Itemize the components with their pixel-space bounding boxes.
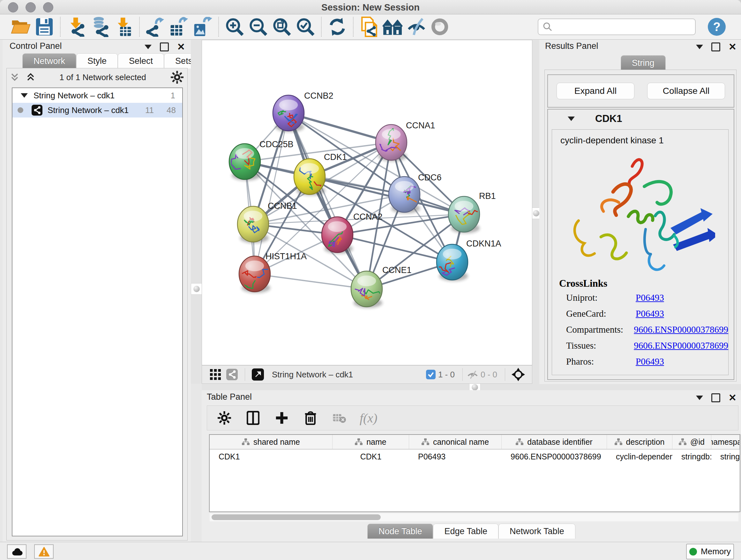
column-header-name[interactable]: name — [333, 435, 409, 449]
node-ccne1[interactable]: CCNE1 — [351, 265, 412, 308]
column-header-namespac[interactable]: namespac — [711, 435, 740, 449]
gene-entry-header[interactable]: CDK1 — [548, 110, 734, 128]
hide-selected-icon[interactable] — [405, 15, 428, 38]
gear-icon[interactable] — [216, 407, 232, 429]
table-cell[interactable]: CDK1 — [210, 449, 333, 463]
export-image-icon[interactable] — [191, 15, 214, 38]
tab-node-table[interactable]: Node Table — [367, 523, 433, 539]
panel-menu-icon[interactable] — [696, 45, 703, 49]
panel-float-icon[interactable] — [160, 43, 169, 51]
table-cell[interactable]: CDK1 — [333, 449, 409, 463]
memory-button[interactable]: Memory — [686, 544, 734, 559]
add-column-icon[interactable] — [273, 407, 290, 429]
zoom-fit-icon[interactable] — [270, 15, 293, 38]
refresh-view-icon[interactable] — [326, 15, 349, 38]
node-rb1[interactable]: RB1 — [448, 191, 496, 233]
crosslink-link[interactable]: 9606.ENSP00000378699 — [634, 340, 728, 351]
zoom-out-icon[interactable] — [246, 15, 270, 38]
panel-float-icon[interactable] — [711, 393, 720, 402]
cloud-status-button[interactable] — [7, 544, 26, 559]
toolbar-search-field[interactable] — [538, 18, 696, 35]
column-header-description[interactable]: description — [607, 435, 672, 449]
panel-close-icon[interactable]: ✕ — [177, 44, 185, 51]
tab-network-table[interactable]: Network Table — [498, 523, 576, 539]
table-cell[interactable]: stringdb:9... — [672, 449, 711, 463]
table-cell[interactable]: P06493 — [409, 449, 502, 463]
edge[interactable] — [288, 113, 367, 289]
scrollbar-thumb[interactable] — [212, 514, 381, 520]
function-builder-icon[interactable]: f(x) — [360, 411, 378, 426]
node-ccna1[interactable]: CCNA1 — [376, 121, 435, 161]
export-network-icon[interactable] — [144, 15, 167, 38]
fit-selected-crosshair-icon[interactable] — [510, 367, 527, 382]
crosslink-link[interactable]: 9606.ENSP00000378699 — [634, 324, 728, 335]
collapse-all-button[interactable]: Collapse All — [647, 83, 725, 99]
node-label: CDC6 — [418, 173, 442, 182]
network-collection-row[interactable]: String Network – cdk1 1 — [12, 88, 182, 103]
expand-all-icon[interactable] — [23, 66, 39, 89]
table-cell[interactable]: stringdb — [711, 449, 740, 463]
selected-checkbox-icon[interactable] — [426, 370, 435, 379]
export-table-icon[interactable] — [167, 15, 191, 38]
panel-float-icon[interactable] — [711, 43, 720, 51]
network-view[interactable]: CCNB2CCNA1CDC25BCDK1CDC6RB1CCNB1CCNA2CDK… — [202, 40, 532, 365]
node-table: shared namenamecanonical namedatabase id… — [209, 434, 740, 512]
clone-network-icon[interactable] — [357, 15, 381, 38]
tab-string[interactable]: String — [621, 55, 666, 70]
network-list-share-icon[interactable] — [224, 367, 240, 382]
help-icon[interactable]: ? — [708, 18, 726, 36]
import-table-file-icon[interactable] — [112, 15, 135, 38]
node-hist1h1a[interactable]: HIST1H1A — [239, 252, 307, 293]
open-session-icon[interactable] — [9, 15, 32, 38]
birds-eye-view-icon[interactable] — [250, 367, 266, 382]
crosslink-label: Tissues: — [559, 340, 634, 351]
tab-style[interactable]: Style — [76, 53, 118, 68]
table-horizontal-scrollbar[interactable] — [210, 513, 738, 521]
collection-expand-icon[interactable] — [21, 93, 28, 98]
tab-edge-table[interactable]: Edge Table — [433, 523, 498, 539]
panel-close-icon[interactable]: ✕ — [729, 394, 737, 401]
zoom-in-icon[interactable] — [223, 15, 246, 38]
left-splitter[interactable] — [191, 40, 202, 384]
zoom-selected-icon[interactable] — [293, 15, 317, 38]
crosslink-link[interactable]: P06493 — [636, 293, 664, 303]
bottom-splitter[interactable] — [202, 384, 741, 390]
table-cell[interactable]: cyclin-dependent ... — [607, 449, 672, 463]
delete-column-icon[interactable] — [302, 407, 319, 429]
delete-table-icon[interactable] — [331, 407, 347, 429]
column-header-shared-name[interactable]: shared name — [210, 435, 333, 449]
panel-close-icon[interactable]: ✕ — [729, 44, 737, 51]
column-header-canonical-name[interactable]: canonical name — [409, 435, 502, 449]
node-ccnb2[interactable]: CCNB2 — [273, 91, 333, 132]
expand-all-button[interactable]: Expand All — [556, 83, 634, 99]
grid-view-icon[interactable] — [207, 367, 224, 382]
hidden-eye-icon[interactable] — [467, 370, 478, 379]
show-graphics-details-icon[interactable] — [428, 15, 452, 38]
save-session-icon[interactable] — [32, 15, 56, 38]
right-splitter[interactable] — [532, 40, 539, 384]
import-network-database-icon[interactable] — [88, 15, 112, 38]
column-header--id[interactable]: @id — [672, 435, 711, 449]
crosslink-row: Uniprot: P06493 — [559, 293, 728, 303]
show-columns-icon[interactable] — [245, 407, 261, 429]
crosslink-link[interactable]: P06493 — [636, 356, 664, 367]
crosslink-link[interactable]: P06493 — [636, 308, 664, 319]
first-neighbors-icon[interactable] — [381, 15, 405, 38]
edge[interactable] — [255, 274, 367, 289]
panel-menu-icon[interactable] — [696, 395, 703, 400]
table-cell[interactable]: 9606.ENSP00000378699 — [502, 449, 607, 463]
gear-icon[interactable] — [167, 66, 187, 89]
search-input[interactable] — [556, 22, 690, 32]
import-network-file-icon[interactable] — [64, 15, 88, 38]
panel-menu-icon[interactable] — [145, 45, 151, 49]
collapse-entry-icon[interactable] — [568, 117, 575, 121]
warnings-button[interactable] — [34, 544, 54, 559]
network-row[interactable]: String Network – cdk1 11 48 — [12, 103, 182, 118]
collapse-all-icon[interactable] — [7, 66, 23, 89]
edge[interactable] — [255, 113, 288, 274]
column-header-database-identifier[interactable]: database identifier — [502, 435, 607, 449]
node-cdkn1a[interactable]: CDKN1A — [435, 239, 501, 281]
tab-select[interactable]: Select — [118, 53, 164, 68]
table-row[interactable]: CDK1CDK1P064939606.ENSP00000378699cyclin… — [210, 449, 740, 463]
network-graph[interactable]: CCNB2CCNA1CDC25BCDK1CDC6RB1CCNB1CCNA2CDK… — [202, 40, 532, 365]
